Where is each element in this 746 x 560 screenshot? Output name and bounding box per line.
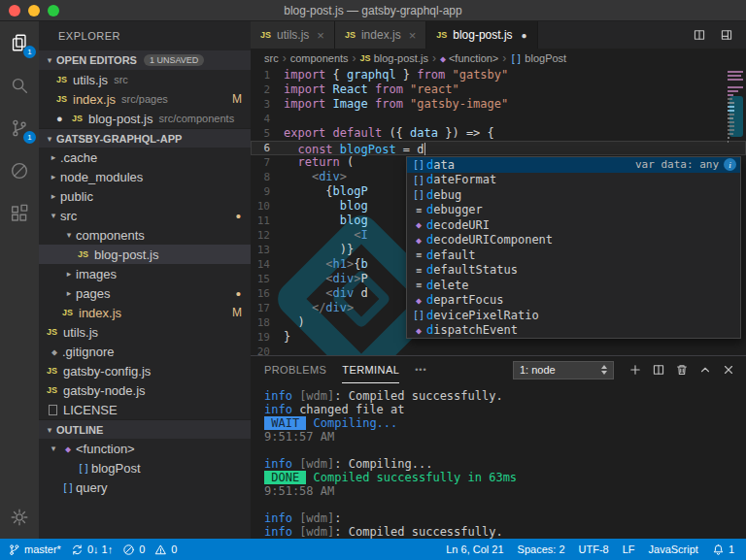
tab-utils.js[interactable]: JSutils.js× (251, 21, 335, 49)
line-number: 8 (251, 170, 284, 184)
git-status-badge: M (232, 306, 242, 319)
folder-pages[interactable]: ▸pages• (39, 283, 251, 303)
status-language[interactable]: JavaScript (649, 544, 698, 555)
select-arrows-icon (601, 365, 607, 375)
suggestion-delete[interactable]: ≡delete (407, 278, 740, 293)
zoom-window-button[interactable] (48, 5, 59, 16)
file-gatsby-node.js[interactable]: JSgatsby-node.js (39, 380, 251, 400)
source-control-activity-button[interactable]: 1 (0, 107, 39, 149)
js-file-icon: JS (260, 30, 277, 40)
outline-function[interactable]: ▾◆<function> (39, 439, 251, 458)
status-branch[interactable]: master* (8, 544, 61, 556)
line-text: blog (284, 214, 368, 228)
file-LICENSE[interactable]: LICENSE (39, 400, 251, 419)
suggestion-decodeURI[interactable]: ◆decodeURI (407, 217, 740, 233)
settings-activity-button[interactable] (0, 496, 39, 539)
folder-.cache[interactable]: ▸.cache (39, 148, 251, 167)
breadcrumb-src[interactable]: src (264, 52, 279, 64)
breadcrumb-blog-post.js[interactable]: JSblog-post.js (360, 52, 428, 64)
workspace-title: GATSBY-GRAPHQL-APP (56, 133, 182, 145)
suggestion-debug[interactable]: []debug (407, 187, 740, 203)
fn-symbol-icon: ◆ (60, 444, 76, 454)
file-blog-post.js[interactable]: JSblog-post.js (39, 245, 251, 264)
panel-tab-problems[interactable]: PROBLEMS (264, 357, 326, 383)
outline-blogPost[interactable]: []blogPost (39, 458, 251, 478)
panel-tab-terminal[interactable]: TERMINAL (342, 357, 399, 383)
file-path: src (114, 74, 128, 85)
suggestion-debugger[interactable]: ≡debugger (407, 203, 740, 218)
status-label: 1 (729, 544, 734, 555)
folder-public[interactable]: ▸public (39, 186, 251, 206)
outline-query[interactable]: []query (39, 478, 251, 497)
folder-images[interactable]: ▸images (39, 264, 251, 283)
suggestion-label: defaultStatus (426, 263, 518, 277)
suggestion-data[interactable]: []datavar data: anyi (407, 157, 740, 173)
status-errors[interactable]: 0 (122, 544, 145, 556)
suggestion-defaultStatus[interactable]: ≡defaultStatus (407, 263, 740, 279)
minimize-window-button[interactable] (28, 5, 40, 16)
close-panel-icon[interactable] (719, 360, 738, 379)
tab-blog-post.js[interactable]: JSblog-post.js● (426, 21, 537, 49)
panel-overflow-button[interactable]: ••• (415, 365, 426, 375)
code-line-1: 1import { graphql } from "gatsby" (251, 68, 746, 82)
open-editors-header[interactable]: ▾ OPEN EDITORS 1 UNSAVED (39, 50, 251, 70)
breadcrumb-function[interactable]: ◆<function> (440, 52, 498, 64)
breadcrumb-components[interactable]: components (290, 52, 349, 64)
editor-layout-icon[interactable] (717, 25, 736, 45)
file-name: blog-post.js (88, 112, 153, 126)
split-terminal-icon[interactable] (649, 360, 668, 379)
suggestion-dispatchEvent[interactable]: ◆dispatchEvent (407, 323, 740, 339)
status-warnings[interactable]: 0 (154, 544, 177, 556)
status-encoding[interactable]: UTF-8 (579, 544, 609, 555)
suggestion-decodeURIComponent[interactable]: ◆decodeURIComponent (407, 233, 740, 248)
close-tab-icon[interactable]: × (409, 28, 417, 43)
outline-header[interactable]: ▾ OUTLINE (39, 419, 251, 439)
suggestion-default[interactable]: ≡default (407, 247, 740, 263)
close-tab-icon[interactable]: × (317, 28, 324, 43)
suggestion-devicePixelRatio[interactable]: []devicePixelRatio (407, 308, 740, 323)
tab-name: index.js (361, 28, 401, 42)
status-eol[interactable]: LF (623, 544, 635, 555)
terminal-select[interactable]: 1: node (513, 361, 614, 379)
new-terminal-icon[interactable] (626, 360, 645, 379)
js-file-icon: JS (78, 249, 94, 259)
open-editor-blog-post.js[interactable]: ●JSblog-post.jssrc/components (39, 109, 251, 128)
status-indentation[interactable]: Spaces: 2 (518, 544, 565, 555)
error-icon (122, 544, 135, 556)
suggestion-departFocus[interactable]: ◆departFocus (407, 293, 740, 309)
info-icon[interactable]: i (724, 158, 736, 171)
tab-index.js[interactable]: JSindex.js× (335, 21, 426, 49)
folder-components[interactable]: ▾components (39, 225, 251, 245)
line-number: 11 (251, 214, 284, 228)
folder-node_modules[interactable]: ▸node_modules (39, 167, 251, 186)
debug-activity-button[interactable] (0, 149, 39, 192)
file-.gitignore[interactable]: ◆.gitignore (39, 342, 251, 361)
kill-terminal-icon[interactable] (672, 360, 692, 379)
breadcrumb-blogPost[interactable]: []blogPost (510, 52, 566, 64)
search-activity-button[interactable] (0, 64, 39, 107)
workspace-header[interactable]: ▾ GATSBY-GRAPHQL-APP (39, 128, 251, 148)
folder-name: public (60, 189, 93, 204)
close-window-button[interactable] (9, 5, 20, 16)
status-notifications[interactable]: 1 (712, 544, 734, 556)
file-index.js[interactable]: JSindex.jsM (39, 303, 251, 322)
branch-icon (8, 544, 20, 556)
file-gatsby-config.js[interactable]: JSgatsby-config.js (39, 361, 251, 380)
minimap[interactable] (728, 71, 743, 148)
folder-src[interactable]: ▾src• (39, 206, 251, 225)
code-editor[interactable]: 1import { graphql } from "gatsby"2import… (251, 68, 746, 355)
explorer-activity-button[interactable]: 1 (0, 21, 39, 64)
minimap-line (728, 102, 734, 104)
terminal-output[interactable]: info [wdm]: Compiled successfully.info c… (251, 383, 746, 539)
extensions-activity-button[interactable] (0, 192, 39, 235)
open-editor-utils.js[interactable]: JSutils.jssrc (39, 70, 251, 89)
js-file-icon: JS (47, 366, 63, 376)
line-text: {blogP (284, 184, 368, 199)
open-editor-index.js[interactable]: JSindex.jssrc/pagesM (39, 89, 251, 109)
maximize-panel-icon[interactable] (695, 360, 715, 379)
split-editor-icon[interactable] (690, 25, 709, 45)
status-sync[interactable]: 0↓ 1↑ (71, 544, 113, 556)
file-utils.js[interactable]: JSutils.js (39, 322, 251, 342)
suggestion-dateFormat[interactable]: []dateFormat (407, 173, 740, 188)
status-cursor-position[interactable]: Ln 6, Col 21 (446, 544, 503, 555)
